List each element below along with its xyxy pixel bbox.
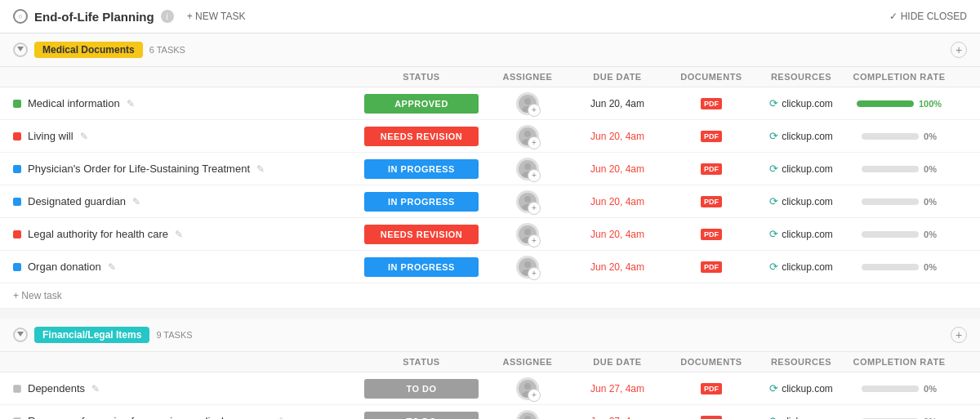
task-name-cell: Physician's Order for Life-Sustaining Tr… <box>13 156 356 181</box>
completion-pct: 100% <box>919 99 942 109</box>
pdf-icon[interactable]: PDF <box>701 383 722 394</box>
task-name-cell: Medical information ✎ <box>13 91 356 116</box>
edit-icon[interactable]: ✎ <box>278 416 287 420</box>
task-dot <box>13 132 21 140</box>
assignee-cell: + <box>487 256 568 279</box>
svg-point-1 <box>524 98 531 105</box>
resources-cell: ⟳ clickup.com <box>756 228 846 240</box>
completion-cell: 100% <box>846 99 952 109</box>
resources-cell: ⟳ clickup.com <box>756 130 846 142</box>
col-status: STATUS <box>356 72 487 82</box>
add-assignee-icon[interactable]: + <box>528 202 541 215</box>
resource-link[interactable]: clickup.com <box>782 131 833 142</box>
status-badge[interactable]: TO DO <box>364 412 479 420</box>
pdf-icon[interactable]: PDF <box>701 196 722 207</box>
task-name[interactable]: Designated guardian <box>28 195 126 207</box>
task-name-cell: Dependents ✎ <box>13 376 356 401</box>
task-name[interactable]: Organ donation <box>28 261 101 273</box>
group-badge-medical-documents[interactable]: Medical Documents <box>34 42 143 58</box>
task-name-cell: Legal authority for health care ✎ <box>13 221 356 247</box>
resource-link[interactable]: clickup.com <box>782 98 833 109</box>
assignee-cell: + <box>487 92 568 115</box>
avatar[interactable]: + <box>516 410 539 420</box>
avatar[interactable]: + <box>516 92 539 115</box>
due-date-cell: Jun 27, 4am <box>568 416 666 420</box>
info-icon[interactable]: i <box>161 10 174 23</box>
pdf-icon[interactable]: PDF <box>701 98 722 109</box>
due-date: Jun 27, 4am <box>590 383 644 394</box>
add-assignee-icon[interactable]: + <box>528 234 541 247</box>
resource-link[interactable]: clickup.com <box>782 229 833 240</box>
pdf-icon[interactable]: PDF <box>701 261 722 273</box>
edit-icon[interactable]: ✎ <box>127 98 135 109</box>
avatar[interactable]: + <box>516 223 539 246</box>
pdf-icon[interactable]: PDF <box>701 229 722 240</box>
group-badge-financial-legal[interactable]: Financial/Legal Items <box>34 327 149 343</box>
status-badge[interactable]: IN PROGRESS <box>364 257 479 277</box>
add-assignee-icon[interactable]: + <box>528 389 541 402</box>
edit-icon[interactable]: ✎ <box>256 163 265 175</box>
resources-cell: ⟳ clickup.com <box>756 97 846 109</box>
documents-cell: PDF <box>666 416 756 420</box>
pdf-icon[interactable]: PDF <box>701 131 722 142</box>
avatar[interactable]: + <box>516 377 539 400</box>
col-assignee: ASSIGNEE <box>487 72 568 82</box>
pdf-icon[interactable]: PDF <box>701 416 722 420</box>
status-badge[interactable]: IN PROGRESS <box>364 192 479 212</box>
status-badge[interactable]: NEEDS REVISION <box>364 127 479 146</box>
add-assignee-icon[interactable]: + <box>528 104 541 117</box>
table-row: Organ donation ✎ IN PROGRESS + Jun 20, 4… <box>0 251 980 283</box>
group-toggle-medical-documents[interactable] <box>13 42 28 57</box>
edit-icon[interactable]: ✎ <box>91 383 100 394</box>
status-badge[interactable]: APPROVED <box>364 94 479 114</box>
group-toggle-financial-legal[interactable] <box>13 328 28 342</box>
col-status: STATUS <box>356 357 487 367</box>
task-dot <box>13 198 21 206</box>
task-name-cell: Living will ✎ <box>13 123 356 149</box>
add-assignee-icon[interactable]: + <box>528 136 541 149</box>
status-badge[interactable]: NEEDS REVISION <box>364 225 479 244</box>
group-header-financial-legal: Financial/Legal Items 9 TASKS + <box>0 319 980 352</box>
avatar[interactable]: + <box>516 125 539 148</box>
resource-link[interactable]: clickup.com <box>782 163 833 175</box>
new-task-button[interactable]: + NEW TASK <box>180 8 252 25</box>
new-task-row-medical-documents[interactable]: + New task <box>0 283 980 309</box>
task-name[interactable]: Living will <box>28 130 74 142</box>
edit-icon[interactable]: ✎ <box>175 229 183 240</box>
progress-bar <box>862 133 919 140</box>
task-name[interactable]: Legal authority for health care <box>28 228 168 240</box>
resource-link[interactable]: clickup.com <box>782 196 833 207</box>
group-header-medical-documents: Medical Documents 6 TASKS + <box>0 33 980 67</box>
add-group-item-financial-legal[interactable]: + <box>951 327 967 343</box>
progress-bar <box>862 231 919 238</box>
status-badge[interactable]: IN PROGRESS <box>364 159 479 179</box>
resource-link[interactable]: clickup.com <box>782 383 833 394</box>
due-date: Jun 20, 4am <box>590 261 644 273</box>
resource-link[interactable]: clickup.com <box>782 416 833 420</box>
add-assignee-icon[interactable]: + <box>528 169 541 182</box>
add-group-item-medical-documents[interactable]: + <box>951 42 967 58</box>
progress-bar <box>862 198 919 205</box>
svg-marker-0 <box>17 47 24 51</box>
col-headers-financial-legal: STATUSASSIGNEEDUE DATEDOCUMENTSRESOURCES… <box>0 352 980 372</box>
avatar[interactable]: + <box>516 190 539 213</box>
task-name[interactable]: Resources for paying for ongoing medical… <box>28 415 272 419</box>
pdf-icon[interactable]: PDF <box>701 163 722 175</box>
sync-icon: ⟳ <box>769 415 778 419</box>
assignee-cell: + <box>487 223 568 246</box>
edit-icon[interactable]: ✎ <box>80 131 88 142</box>
svg-point-16 <box>524 416 531 420</box>
avatar[interactable]: + <box>516 256 539 279</box>
avatar[interactable]: + <box>516 158 539 181</box>
status-cell: NEEDS REVISION <box>356 127 487 146</box>
resource-link[interactable]: clickup.com <box>782 261 833 273</box>
assignee-cell: + <box>487 377 568 400</box>
status-badge[interactable]: TO DO <box>364 379 479 399</box>
edit-icon[interactable]: ✎ <box>132 196 140 207</box>
add-assignee-icon[interactable]: + <box>528 267 541 280</box>
task-name[interactable]: Medical information <box>28 97 120 109</box>
task-name[interactable]: Dependents <box>28 382 85 394</box>
task-name[interactable]: Physician's Order for Life-Sustaining Tr… <box>28 163 250 175</box>
hide-closed-button[interactable]: ✓ HIDE CLOSED <box>889 11 967 22</box>
edit-icon[interactable]: ✎ <box>108 261 116 273</box>
